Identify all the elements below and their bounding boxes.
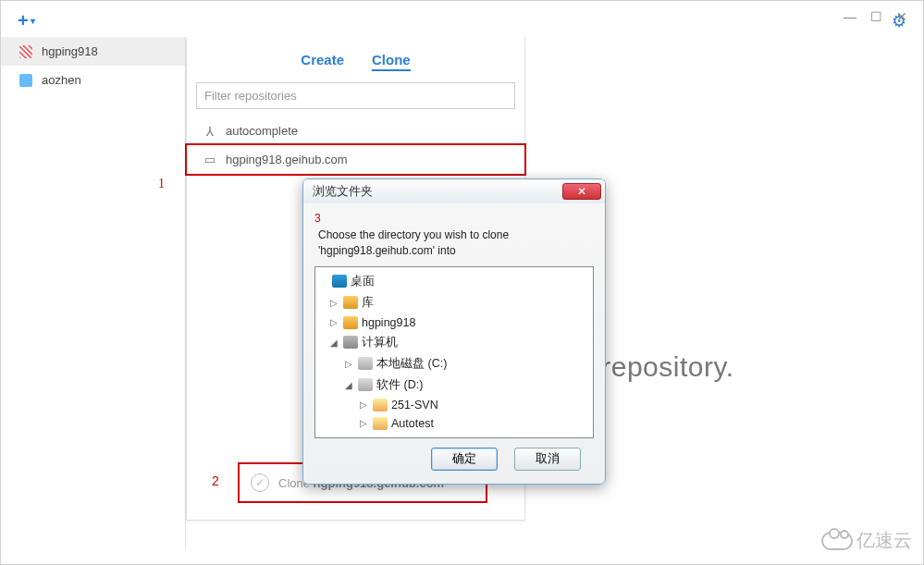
dialog-titlebar[interactable]: 浏览文件夹 ✕: [303, 179, 605, 203]
repo-label: hgping918.geihub.com: [226, 153, 348, 166]
marker-3: 3: [314, 212, 321, 225]
minimize-button[interactable]: —: [842, 8, 858, 25]
maximize-button[interactable]: ☐: [868, 8, 884, 25]
tab-create[interactable]: Create: [301, 52, 344, 71]
repo-list: autocomplete hgping918.geihub.com: [187, 117, 524, 176]
twisty-icon[interactable]: ◢: [328, 338, 339, 348]
user-folder-icon: [343, 316, 358, 329]
folder-icon: [373, 399, 388, 411]
twisty-icon[interactable]: ▷: [328, 298, 339, 308]
watermark: 亿速云: [821, 528, 912, 553]
repo-row-autocomplete[interactable]: autocomplete: [187, 117, 524, 145]
dialog-title: 浏览文件夹: [313, 183, 373, 200]
repo-label: autocomplete: [226, 124, 298, 138]
folder-tree[interactable]: 桌面 ▷ 库 ▷ hgping918 ◢ 计算机: [314, 266, 594, 438]
tree-label: 本地磁盘 (C:): [376, 356, 447, 372]
repo-icon: [203, 154, 216, 166]
tree-node-library[interactable]: ▷ 库: [317, 292, 591, 313]
sidebar-item-org[interactable]: aozhen: [1, 66, 185, 94]
twisty-icon[interactable]: ▷: [328, 317, 339, 327]
tree-label: Autotest: [391, 417, 434, 430]
twisty-icon[interactable]: ◢: [343, 380, 354, 390]
user-icon: [19, 45, 32, 58]
tree-label: 计算机: [362, 335, 398, 350]
tree-node-folder[interactable]: ▷ Autotest: [317, 414, 591, 433]
browse-folder-dialog: 浏览文件夹 ✕ 3 Choose the directory you wish …: [302, 178, 606, 485]
fork-icon: [203, 125, 216, 138]
cloud-icon: [821, 532, 853, 550]
sidebar-item-label: hgping918: [42, 44, 98, 58]
tree-node-computer[interactable]: ◢ 计算机: [317, 332, 591, 353]
sidebar-item-user[interactable]: hgping918: [1, 37, 185, 66]
drive-icon: [358, 357, 373, 370]
dialog-message: Choose the directory you wish to clone '…: [318, 227, 594, 259]
tree-node-drive-c[interactable]: ▷ 本地磁盘 (C:): [317, 353, 591, 375]
tree-node-desktop[interactable]: 桌面: [317, 271, 591, 292]
sidebar-item-label: aozhen: [42, 73, 81, 87]
caret-down-icon: ▾: [31, 16, 35, 26]
folder-icon: [373, 417, 388, 430]
drive-icon: [358, 378, 373, 391]
plus-icon: +: [18, 10, 29, 31]
tree-label: 软件 (D:): [376, 377, 423, 393]
filter-wrap: [187, 82, 524, 117]
tree-label: 库: [362, 295, 374, 311]
check-icon: ✓: [251, 473, 269, 492]
dialog-body: 3 Choose the directory you wish to clone…: [303, 203, 605, 484]
tree-node-folder[interactable]: ▷ 251-SVN: [317, 396, 591, 414]
twisty-icon[interactable]: ▷: [358, 418, 369, 428]
top-bar: + ▾ ⚙: [1, 1, 923, 37]
tree-node-drive-d[interactable]: ◢ 软件 (D:): [317, 375, 591, 396]
tree-node-user[interactable]: ▷ hgping918: [317, 313, 591, 332]
org-icon: [19, 74, 32, 87]
tree-label: 桌面: [351, 274, 375, 289]
marker-2: 2: [212, 473, 219, 488]
ok-button[interactable]: 确定: [431, 448, 498, 471]
tree-label: hgping918: [362, 316, 415, 329]
window-controls: — ☐ ✕: [834, 5, 918, 29]
desktop-icon: [332, 275, 347, 288]
computer-icon: [343, 336, 358, 349]
panel-tabs: Create Clone: [187, 37, 524, 82]
marker-1: 1: [158, 177, 165, 191]
repo-row-selected[interactable]: hgping918.geihub.com: [185, 143, 526, 176]
close-button[interactable]: ✕: [893, 8, 910, 25]
tab-clone[interactable]: Clone: [372, 52, 411, 71]
cancel-button[interactable]: 取消: [514, 448, 581, 471]
tree-label: 251-SVN: [391, 399, 438, 411]
twisty-icon[interactable]: ▷: [358, 399, 369, 410]
add-button[interactable]: + ▾: [18, 10, 35, 31]
sidebar: hgping918 aozhen: [1, 37, 186, 549]
dialog-buttons: 确定 取消: [314, 438, 594, 474]
dialog-close-button[interactable]: ✕: [562, 183, 601, 200]
library-icon: [343, 296, 358, 309]
app-window: — ☐ ✕ + ▾ ⚙ hgping918 aozhen Create Cl: [0, 0, 924, 565]
twisty-icon[interactable]: ▷: [343, 359, 354, 369]
filter-input[interactable]: [196, 82, 515, 109]
